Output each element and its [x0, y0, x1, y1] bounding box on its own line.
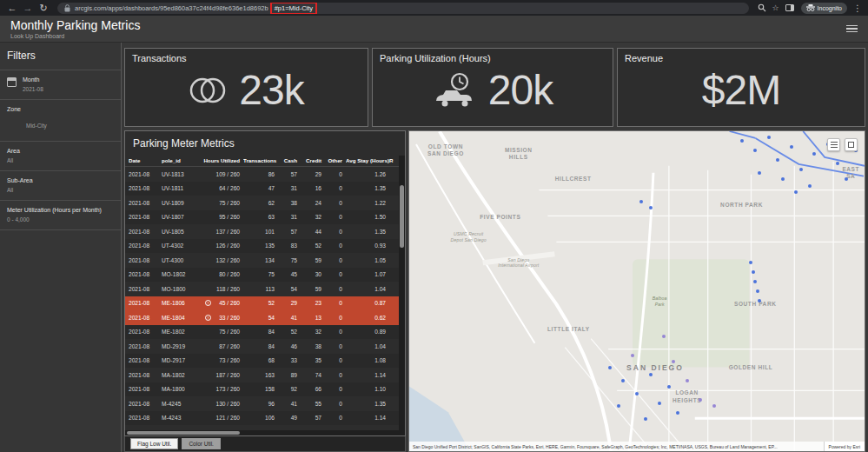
parking-meter-point — [712, 404, 716, 408]
coins-icon — [189, 74, 227, 107]
kpi-card-revenue: Revenue $2M — [617, 48, 865, 127]
table-row[interactable]: 2021-08 UV-1811 !64 / 260 47 31 16 0 1.3… — [125, 182, 405, 196]
parking-meter-point — [799, 168, 803, 171]
table-row[interactable]: 2021-08 UT-4300 !132 / 260 134 75 59 0 1… — [125, 253, 405, 268]
map-label: HILLCREST — [555, 176, 592, 183]
kpi-value: $2M — [702, 70, 780, 111]
table-row[interactable]: 2021-08 UT-4302 !126 / 260 135 83 52 0 0… — [125, 239, 405, 254]
parking-meter-point — [617, 404, 620, 408]
kpi-value: 23k — [239, 70, 303, 111]
car-clock-icon — [433, 72, 476, 109]
page-title: Monthly Parking Metrics — [10, 19, 140, 32]
table-row[interactable]: 2021-08 MD-2919 !87 / 260 84 46 38 0 1.0… — [125, 339, 405, 354]
table-row[interactable]: 2021-08 M-4245 !130 / 260 96 41 55 0 1.3… — [125, 396, 405, 411]
kpi-title: Revenue — [618, 49, 865, 63]
column-header: Transactions — [243, 157, 278, 163]
reload-icon[interactable]: ↻ — [36, 0, 50, 16]
side-panel-icon[interactable] — [784, 2, 796, 14]
table-row[interactable]: 2021-08 ME-1802 !75 / 260 84 52 32 0 0.8… — [125, 325, 405, 340]
parking-meter-point — [699, 398, 702, 402]
table-row[interactable]: 2021-08 MA-1802 !187 / 260 163 89 74 0 1… — [125, 368, 405, 382]
parking-meter-point — [686, 379, 689, 382]
powered-by-esri: Powered by Esri — [824, 442, 865, 451]
dashboard-header: Monthly Parking Metrics Look Up Dashboar… — [0, 16, 868, 43]
search-icon[interactable] — [756, 2, 768, 14]
parking-meter-point — [758, 299, 761, 302]
kpi-title: Transactions — [125, 49, 368, 63]
table-row[interactable]: 2021-08 UV-1807 !95 / 260 63 31 32 0 1.5… — [125, 210, 405, 225]
forward-icon[interactable]: → — [21, 0, 35, 16]
column-header: Credit — [301, 157, 325, 163]
filter-label: Zone — [7, 106, 114, 112]
map[interactable]: OLD TOWN SAN DIEGOMISSION HILLSHILLCREST… — [408, 130, 865, 452]
map-label: USMC Recruit Depot San Diego — [451, 231, 487, 243]
table-row[interactable]: 2021-08 ME-1806 !45 / 260 52 29 23 0 0.8… — [125, 296, 405, 311]
filter-value: Mid-City — [26, 123, 114, 129]
map-label: NORTH PARK — [720, 202, 763, 209]
parking-meter-point — [658, 402, 661, 405]
filter-value: All — [7, 157, 114, 163]
table-row[interactable]: 2021-08 MA-1800 !173 / 260 158 92 66 0 1… — [125, 382, 405, 397]
map-label: SAN DIEGO — [626, 363, 684, 373]
table-row[interactable]: 2021-08 UV-1813 !109 / 260 86 57 29 0 1.… — [125, 167, 405, 182]
filter-zone[interactable]: Zone Mid-City — [0, 100, 121, 142]
table-row[interactable]: 2021-08 M-4243 !121 / 260 106 49 57 0 1.… — [125, 411, 405, 426]
kpi-card-transactions: Transactions 23k — [124, 48, 368, 127]
parking-meter-point — [635, 392, 639, 396]
url-bar[interactable]: arcgis.com/apps/dashboards/95ed860a37c24… — [57, 3, 749, 14]
map-label: OLD TOWN SAN DIEGO — [427, 143, 464, 157]
map-layers-button[interactable] — [827, 138, 840, 151]
parking-meter-point — [753, 280, 757, 283]
kpi-value: 20k — [488, 70, 553, 111]
column-header: Hours Utilized — [198, 157, 243, 163]
map-label: FIVE POINTS — [480, 214, 520, 221]
parking-meter-point — [808, 184, 812, 188]
filter-month[interactable]: Month 2021-08 — [0, 70, 121, 100]
parking-meter-point — [845, 177, 848, 181]
table-row[interactable]: 2021-08 MO-1802 !80 / 260 75 45 30 0 1.0… — [125, 268, 405, 282]
hamburger-menu-icon[interactable] — [846, 25, 858, 33]
parking-meter-point — [644, 417, 647, 421]
map-label: LOGAN HEIGHTS — [673, 389, 701, 403]
map-label: Balboa Park — [653, 296, 667, 307]
parking-meter-point — [631, 354, 634, 357]
parking-meter-point — [662, 335, 666, 338]
column-header: pole_id — [162, 157, 198, 163]
parking-meter-point — [790, 145, 793, 149]
url-text: arcgis.com/apps/dashboards/95ed860a37c24… — [75, 4, 268, 12]
filter-value: 2021-08 — [23, 86, 43, 92]
table-row[interactable]: 2021-08 MO-1800 !118 / 260 113 54 59 0 1… — [125, 282, 405, 296]
table-row[interactable]: 2021-08 UV-1809 !75 / 260 62 38 24 0 1.2… — [125, 196, 405, 210]
tab-flag-low-util[interactable]: Flag Low Util. — [130, 438, 178, 449]
map-legend-button[interactable] — [845, 138, 858, 151]
filter-meter-utilization[interactable]: Meter Utilization (Hours per Month) 0 - … — [0, 201, 121, 230]
page: ← → ↻ arcgis.com/apps/dashboards/95ed860… — [0, 0, 868, 452]
browser-menu-icon[interactable]: ⋮ — [852, 3, 863, 13]
bookmark-star-icon[interactable]: ☆ — [770, 2, 782, 14]
parking-meter-point — [794, 190, 798, 194]
table-horizontal-scrollbar[interactable] — [125, 430, 399, 435]
table-vertical-scrollbar[interactable] — [399, 156, 405, 435]
map-label: LITTLE ITALY — [547, 326, 590, 333]
filter-label: Area — [7, 148, 114, 154]
filter-value: 0 - 4,000 — [7, 216, 114, 223]
table-row[interactable]: 2021-08 MD-2917 !73 / 260 68 33 35 0 1.0… — [125, 354, 405, 369]
filter-sub-area[interactable]: Sub-Area All — [0, 171, 121, 201]
map-label: MISSION HILLS — [505, 147, 533, 161]
filter-label: Month — [23, 76, 43, 83]
lock-icon — [64, 4, 70, 12]
parking-meter-point — [672, 360, 675, 363]
table-row[interactable]: 2021-08 UV-1805 !137 / 260 101 57 44 0 1… — [125, 224, 405, 239]
filter-label: Meter Utilization (Hours per Month) — [7, 207, 114, 213]
kpi-title: Parking Utilization (Hours) — [373, 49, 613, 63]
filter-value: All — [7, 187, 114, 193]
kpi-card-parking-utilization: Parking Utilization (Hours) 20k — [372, 48, 613, 127]
tab-color-util[interactable]: Color Util. — [182, 438, 221, 449]
basemap — [409, 131, 865, 451]
back-icon[interactable]: ← — [5, 0, 19, 16]
table-tabs-strip: Flag Low Util. Color Util. — [124, 436, 406, 452]
table-row[interactable]: 2021-08 ME-1804 !33 / 260 54 41 13 0 0.6… — [125, 310, 405, 325]
parking-meter-point — [781, 177, 785, 181]
table-title: Parking Meter Metrics — [125, 131, 405, 154]
filter-area[interactable]: Area All — [0, 142, 121, 171]
